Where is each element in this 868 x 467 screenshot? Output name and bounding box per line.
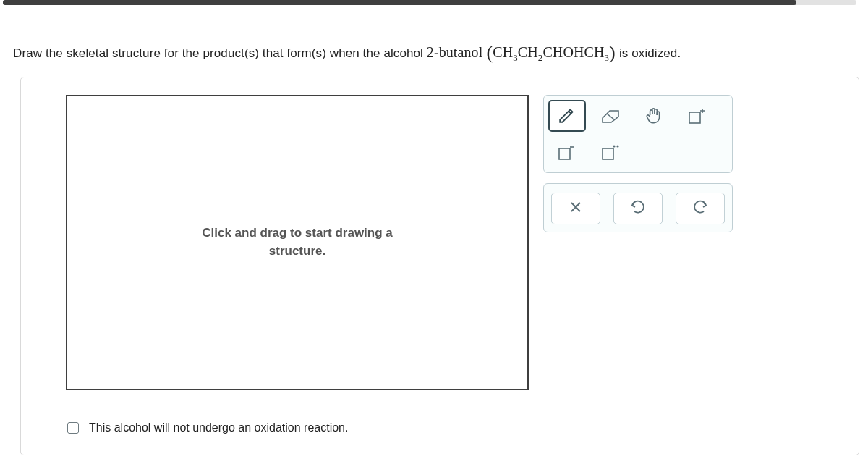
compound-name: 2-butanol bbox=[427, 44, 483, 60]
question-post-text: is oxidized. bbox=[619, 46, 681, 60]
pan-tool-button[interactable] bbox=[635, 100, 673, 132]
no-oxidation-checkbox[interactable] bbox=[67, 422, 79, 434]
canvas-hint: Click and drag to start drawing a struct… bbox=[67, 224, 527, 260]
canvas-hint-line1: Click and drag to start drawing a bbox=[202, 226, 393, 240]
svg-point-3 bbox=[613, 145, 615, 147]
clear-button[interactable] bbox=[551, 193, 600, 224]
square-minus-icon bbox=[557, 143, 577, 161]
add-negative-charge-button[interactable] bbox=[548, 136, 586, 168]
formula-body: CH3CH2CHOHCH3 bbox=[493, 44, 609, 60]
svg-rect-1 bbox=[559, 148, 570, 159]
redo-icon bbox=[692, 200, 708, 217]
paren-close: ) bbox=[609, 42, 616, 63]
hand-icon bbox=[644, 106, 663, 125]
redo-button[interactable] bbox=[676, 193, 725, 224]
add-lone-pair-button[interactable] bbox=[592, 136, 629, 168]
undo-button[interactable] bbox=[613, 193, 663, 224]
square-dots-icon bbox=[600, 143, 621, 161]
no-oxidation-label: This alcohol will not undergo an oxidati… bbox=[89, 421, 348, 434]
no-oxidation-option[interactable]: This alcohol will not undergo an oxidati… bbox=[67, 421, 348, 434]
eraser-tool-button[interactable] bbox=[592, 100, 629, 132]
paren-open: ( bbox=[486, 42, 493, 63]
draw-tool-button[interactable] bbox=[548, 100, 586, 132]
progress-bar bbox=[3, 0, 856, 5]
undo-icon bbox=[630, 200, 646, 217]
canvas-hint-line2: structure. bbox=[269, 244, 326, 258]
x-icon bbox=[569, 201, 582, 216]
toolbar bbox=[543, 95, 733, 243]
square-plus-icon bbox=[687, 106, 707, 125]
answer-panel: Click and drag to start drawing a struct… bbox=[20, 77, 859, 455]
progress-bar-fill bbox=[3, 0, 796, 5]
question-prompt: Draw the skeletal structure for the prod… bbox=[13, 41, 846, 64]
tool-block bbox=[543, 95, 733, 173]
drawing-canvas[interactable]: Click and drag to start drawing a struct… bbox=[66, 95, 529, 390]
svg-point-4 bbox=[616, 145, 618, 147]
svg-rect-0 bbox=[689, 112, 700, 123]
pencil-icon bbox=[558, 106, 576, 125]
svg-rect-2 bbox=[603, 148, 613, 159]
eraser-icon bbox=[600, 108, 621, 124]
question-pre-text: Draw the skeletal structure for the prod… bbox=[13, 46, 427, 60]
add-positive-charge-button[interactable] bbox=[678, 100, 716, 132]
action-block bbox=[543, 183, 733, 232]
